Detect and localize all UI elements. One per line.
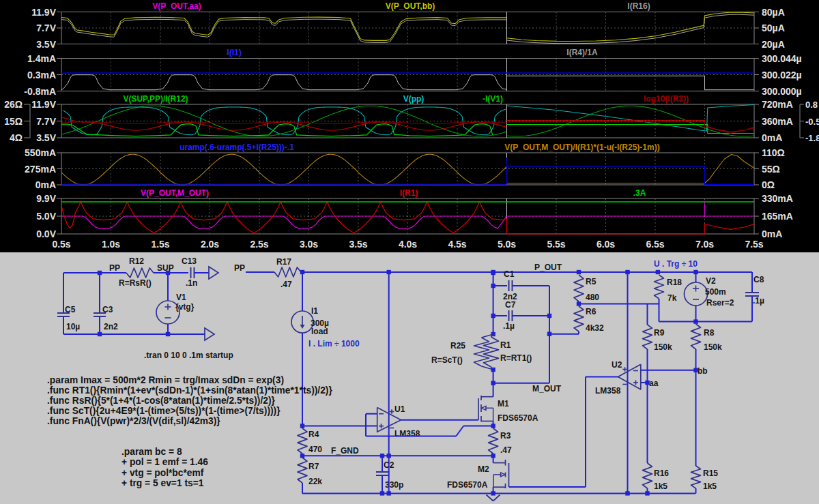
svg-text:1.5s: 1.5s: [151, 239, 169, 250]
svg-text:11.9V: 11.9V: [31, 99, 56, 110]
svg-text:2n2: 2n2: [104, 322, 118, 331]
svg-text:80µA: 80µA: [762, 7, 785, 18]
svg-text:M1: M1: [498, 399, 509, 409]
svg-text:FDS6570A: FDS6570A: [447, 480, 488, 490]
svg-text:550mA: 550mA: [25, 147, 56, 158]
svg-text:.param Imax = 500m*2 Rmin = tr: .param Imax = 500m*2 Rmin = trg/Imax sdD…: [47, 375, 284, 385]
svg-text:165mA: 165mA: [762, 211, 793, 222]
svg-text:-1.8: -1.8: [805, 133, 819, 143]
svg-text:R4: R4: [308, 430, 319, 439]
svg-text:300.000µ: 300.000µ: [762, 86, 802, 97]
svg-text:1.0s: 1.0s: [102, 239, 120, 250]
svg-text:0.8: 0.8: [805, 100, 818, 110]
svg-text:R3: R3: [500, 431, 511, 441]
svg-text:R8: R8: [704, 328, 715, 338]
svg-text:4.0s: 4.0s: [399, 239, 417, 250]
svg-text:7.7V: 7.7V: [36, 23, 56, 33]
svg-text:C3: C3: [102, 305, 113, 314]
svg-text:U . Trg ÷ 10: U . Trg ÷ 10: [654, 259, 698, 269]
svg-text:7k: 7k: [667, 293, 677, 303]
svg-text:4Ω: 4Ω: [10, 132, 23, 143]
svg-text:I(R16): I(R16): [627, 1, 650, 11]
svg-text:V(P_OUT,aa): V(P_OUT,aa): [152, 1, 201, 11]
svg-text:.func ScT(){2u+4E9*(1-(time>(5: .func ScT(){2u+4E9*(1-(time>(5/ts))*(1-(…: [47, 406, 281, 416]
svg-text:V(SUP,PP)/I(R12): V(SUP,PP)/I(R12): [123, 94, 188, 104]
svg-text:C5: C5: [65, 305, 76, 314]
svg-text:I . Lim ÷ 1000: I . Lim ÷ 1000: [308, 339, 360, 349]
svg-text:F_GND: F_GND: [331, 446, 359, 456]
svg-text:5.5s: 5.5s: [547, 239, 565, 250]
svg-text:3.5s: 3.5s: [349, 239, 367, 250]
svg-text:FDS6570A: FDS6570A: [498, 413, 538, 423]
svg-text:.1n: .1n: [186, 278, 197, 288]
svg-text:R5: R5: [586, 277, 597, 286]
svg-text:.47: .47: [281, 280, 292, 289]
svg-text:LM358: LM358: [394, 429, 420, 439]
svg-text:330mA: 330mA: [762, 193, 793, 204]
svg-text:I(R4)/1A: I(R4)/1A: [566, 48, 598, 57]
svg-text:V(P_OUT,M_OUT): V(P_OUT,M_OUT): [141, 188, 209, 198]
svg-text:4.5s: 4.5s: [448, 239, 466, 250]
svg-text:M_OUT: M_OUT: [532, 384, 562, 394]
svg-text:55Ω: 55Ω: [762, 164, 780, 175]
svg-text:.func FnA(){V(pwr)*2/3/(V(dif,: .func FnA(){V(pwr)*2/3/(V(dif,sl)/42m3)}: [47, 416, 220, 426]
svg-text:20µA: 20µA: [762, 39, 785, 50]
svg-text:2.0s: 2.0s: [201, 239, 219, 250]
svg-text:R25: R25: [450, 341, 465, 351]
svg-text:I(R1): I(R1): [400, 188, 418, 198]
svg-text:3.0s: 3.0s: [300, 239, 318, 250]
svg-text:R=RT1(): R=RT1(): [500, 353, 532, 363]
svg-text:V(pp): V(pp): [403, 94, 425, 104]
svg-text:R=ScT(): R=ScT(): [431, 355, 463, 365]
svg-text:7.5s: 7.5s: [745, 239, 763, 250]
svg-text:U1: U1: [394, 404, 405, 414]
svg-text:V(P_OUT,bb): V(P_OUT,bb): [386, 1, 435, 11]
svg-text:.param bc = 8: .param bc = 8: [121, 447, 182, 457]
svg-text:R6: R6: [586, 307, 597, 316]
svg-text:300.044µ: 300.044µ: [762, 53, 802, 64]
svg-text:R=RsR(): R=RsR(): [119, 278, 152, 288]
svg-text:26Ω: 26Ω: [4, 99, 23, 110]
svg-text:.tran 0 10 0 .1m startup: .tran 0 10 0 .1m startup: [144, 351, 233, 360]
svg-text:R17: R17: [276, 257, 291, 267]
svg-text:.1µ: .1µ: [503, 321, 515, 331]
svg-text:R18: R18: [667, 278, 682, 287]
svg-text:0.0V: 0.0V: [36, 228, 56, 239]
svg-text:1k5: 1k5: [703, 481, 717, 491]
svg-text:R9: R9: [654, 328, 665, 338]
svg-text:1k5: 1k5: [654, 481, 667, 491]
svg-text:275mA: 275mA: [25, 164, 56, 175]
svg-text:C8: C8: [753, 275, 764, 284]
svg-text:-I(V1): -I(V1): [483, 94, 503, 104]
svg-text:150k: 150k: [704, 342, 722, 352]
svg-text:.1µ: .1µ: [753, 296, 764, 306]
svg-text:300.022µ: 300.022µ: [762, 70, 802, 80]
svg-text:uramp(.6-uramp(.5+I(R25)))-.1: uramp(.6-uramp(.5+I(R25)))-.1: [179, 143, 294, 152]
svg-text:-0.8mA: -0.8mA: [24, 86, 56, 97]
svg-text:R12: R12: [129, 256, 144, 266]
svg-text:.func RsR(){5*(1+4*(1-cos(8*at: .func RsR(){5*(1+4*(1-cos(8*atan(1)*time…: [47, 396, 276, 406]
svg-text:I1: I1: [311, 306, 318, 316]
svg-text:V2: V2: [706, 276, 716, 286]
svg-text:22k: 22k: [308, 477, 322, 486]
svg-text:PP: PP: [109, 263, 120, 273]
svg-text:470: 470: [308, 445, 322, 454]
svg-text:11.9V: 11.9V: [31, 7, 56, 18]
svg-text:R1: R1: [500, 340, 511, 350]
svg-text:U2: U2: [612, 360, 622, 370]
svg-text:.47: .47: [500, 445, 512, 455]
svg-text:.3A: .3A: [633, 188, 646, 198]
svg-text:{vtg}: {vtg}: [175, 302, 195, 312]
svg-text:LM358: LM358: [595, 386, 621, 396]
svg-text:V(P_OUT,M_OUT)/I(R1)*(1-u(-I(R: V(P_OUT,M_OUT)/I(R1)*(1-u(-I(R25)-1m)): [504, 143, 659, 152]
svg-text:720mA: 720mA: [762, 99, 793, 110]
svg-text:5.0s: 5.0s: [498, 239, 516, 250]
svg-text:load: load: [311, 327, 328, 336]
svg-text:3.5V: 3.5V: [36, 39, 56, 50]
svg-text:9.9V: 9.9V: [36, 193, 56, 204]
svg-text:PP: PP: [234, 263, 245, 273]
svg-text:360mA: 360mA: [762, 116, 793, 127]
svg-text:0.5s: 0.5s: [52, 239, 70, 250]
svg-text:15Ω: 15Ω: [4, 116, 23, 127]
svg-text:R16: R16: [654, 469, 669, 478]
